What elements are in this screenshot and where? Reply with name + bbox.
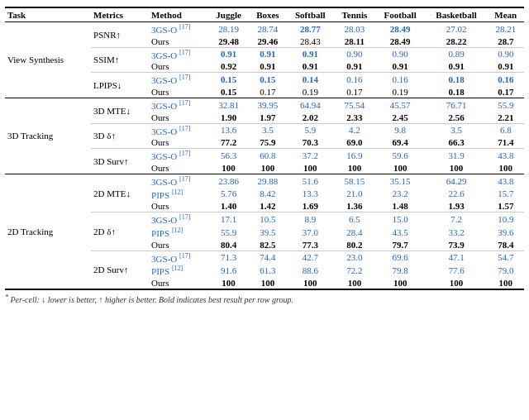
method-cell: Ours [149,136,208,149]
value-cell: 39.6 [488,226,524,239]
col-header-tennis: Tennis [334,7,375,22]
value-cell: 42.7 [286,251,334,264]
value-cell: 1.97 [249,112,286,124]
value-cell: 59.6 [375,149,426,162]
value-cell: 28.49 [375,36,426,48]
task-cell: View Synthesis [5,22,91,98]
value-cell: 10.5 [249,212,286,226]
value-cell: 100 [286,277,334,289]
col-header-basketball: Basketball [426,7,488,22]
value-cell: 43.8 [488,174,524,187]
value-cell: 58.15 [334,174,375,187]
value-cell: 1.69 [286,200,334,212]
value-cell: 0.91 [426,60,488,73]
metric-cell: 3D δ↑ [91,123,149,149]
value-cell: 80.4 [208,239,249,251]
value-cell: 0.90 [488,47,524,60]
value-cell: 6.8 [488,123,524,136]
metric-cell: 2D Surv↑ [91,251,149,289]
value-cell: 75.9 [249,136,286,149]
value-cell: 45.57 [375,98,426,111]
value-cell: 64.94 [286,98,334,111]
value-cell: 23.0 [334,251,375,264]
method-cell: Ours [149,162,208,174]
value-cell: 0.91 [249,60,286,73]
value-cell: 8.9 [286,212,334,226]
value-cell: 28.19 [208,22,249,36]
value-cell: 2.45 [375,112,426,124]
value-cell: 61.3 [249,264,286,277]
col-header-football: Football [375,7,426,22]
value-cell: 0.15 [208,86,249,98]
value-cell: 0.92 [208,60,249,73]
header-row: Task Metrics Method Juggle Boxes Softbal… [5,7,524,22]
value-cell: 16.9 [334,149,375,162]
value-cell: 79.7 [375,239,426,251]
value-cell: 0.17 [488,86,524,98]
value-cell: 100 [375,162,426,174]
method-cell: 3GS-O [17] [149,98,208,111]
value-cell: 0.16 [488,73,524,86]
value-cell: 60.8 [249,149,286,162]
value-cell: 0.16 [334,73,375,86]
value-cell: 5.76 [208,188,249,201]
value-cell: 74.4 [249,251,286,264]
method-cell: PIPS [12] [149,264,208,277]
value-cell: 0.91 [334,60,375,73]
value-cell: 69.0 [334,136,375,149]
value-cell: 43.8 [488,149,524,162]
value-cell: 28.74 [249,22,286,36]
method-cell: PIPS [12] [149,188,208,201]
value-cell: 22.6 [426,188,488,201]
value-cell: 32.81 [208,98,249,111]
value-cell: 70.3 [286,136,334,149]
value-cell: 51.6 [286,174,334,187]
value-cell: 0.16 [375,73,426,86]
value-cell: 56.3 [208,149,249,162]
method-cell: Ours [149,200,208,212]
comparison-table: Task Metrics Method Juggle Boxes Softbal… [5,7,524,290]
value-cell: 0.17 [334,86,375,98]
metric-cell: SSIM↑ [91,47,149,73]
method-cell: 3GS-O [17] [149,212,208,226]
value-cell: 88.6 [286,264,334,277]
value-cell: 100 [208,277,249,289]
value-cell: 0.91 [208,47,249,60]
method-cell: Ours [149,36,208,48]
value-cell: 77.6 [426,264,488,277]
value-cell: 76.71 [426,98,488,111]
value-cell: 100 [334,277,375,289]
value-cell: 28.21 [488,22,524,36]
value-cell: 0.18 [426,73,488,86]
value-cell: 15.0 [375,212,426,226]
value-cell: 28.7 [488,36,524,48]
value-cell: 28.43 [286,36,334,48]
value-cell: 72.2 [334,264,375,277]
value-cell: 100 [249,162,286,174]
metric-cell: 2D MTE↓ [91,174,149,212]
value-cell: 29.88 [249,174,286,187]
value-cell: 71.4 [488,136,524,149]
value-cell: 75.54 [334,98,375,111]
value-cell: 100 [249,277,286,289]
value-cell: 0.19 [286,86,334,98]
value-cell: 28.22 [426,36,488,48]
value-cell: 100 [375,277,426,289]
value-cell: 28.03 [334,22,375,36]
task-cell: 3D Tracking [5,98,91,174]
value-cell: 0.18 [426,86,488,98]
value-cell: 64.29 [426,174,488,187]
value-cell: 29.48 [208,36,249,48]
value-cell: 1.40 [208,200,249,212]
method-cell: Ours [149,277,208,289]
table-row: View SynthesisPSNR↑3GS-O [17]28.1928.742… [5,22,524,36]
method-cell: PIPS [12] [149,226,208,239]
value-cell: 0.91 [286,60,334,73]
col-header-juggle: Juggle [208,7,249,22]
method-cell: Ours [149,239,208,251]
method-cell: 3GS-O [17] [149,123,208,136]
metric-cell: 2D δ↑ [91,212,149,251]
value-cell: 66.3 [426,136,488,149]
value-cell: 6.5 [334,212,375,226]
value-cell: 71.3 [208,251,249,264]
